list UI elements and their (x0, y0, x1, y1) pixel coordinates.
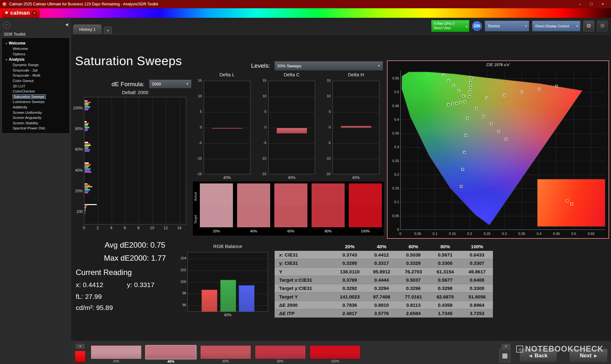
bar (85, 167, 88, 168)
table-cell: 61.3154 (429, 269, 461, 274)
sidebar-item-options[interactable]: Options (2, 52, 69, 57)
table-cell: 0.3300 (461, 285, 493, 291)
gridline (333, 97, 379, 97)
table-cell: 49.8617 (461, 269, 493, 274)
sidebar-item-saturation-sweeps[interactable]: Saturation Sweeps (2, 94, 69, 100)
pattern-swatch-40[interactable] (145, 345, 196, 359)
gridline (180, 97, 180, 224)
sidebar-item-spectral-power-dist[interactable]: Spectral Power Dist. (2, 126, 69, 131)
sidebar-item-screen-angularity[interactable]: Screen Angularity (2, 115, 69, 120)
display-control-dropdown[interactable]: Direct Display Control ▼ (532, 21, 580, 31)
bar (85, 128, 88, 130)
sidebar-item-3d-lut[interactable]: 3D LUT (2, 84, 69, 89)
bar (85, 106, 90, 107)
sidebar-item-screen-stability[interactable]: Screen Stability (2, 120, 69, 126)
expander-icon[interactable]: ▾ (6, 42, 7, 45)
sidebar-item-welcome[interactable]: Welcome (2, 46, 69, 52)
chevron-down-icon: ▼ (186, 82, 189, 86)
bar (212, 128, 242, 129)
pattern-swatch-20[interactable] (91, 345, 142, 359)
target-color (349, 205, 382, 227)
chevron-down-icon[interactable]: ▼ (32, 10, 37, 16)
saturation-swatch-80 (312, 183, 345, 227)
chart-title: Delta H (333, 72, 379, 77)
y-tick-label: 0.45 (389, 104, 399, 108)
reading-count-badge[interactable]: 235 (472, 21, 482, 31)
de-formula-dropdown[interactable]: 2000 ▼ (149, 79, 192, 88)
table-cell: 0.3769 (334, 277, 366, 283)
bottom-bar: ▲ 20%40%60%80%100% ▲ ▦ ◀ Back Next ▶ ✓ N… (71, 340, 611, 364)
column-header: 80% (429, 244, 461, 249)
sidebar-item-grayscale-2pt[interactable]: Grayscale - 2pt (2, 68, 69, 73)
table-cell: 0.7836 (334, 302, 366, 308)
sidebar-item-luminance-sweeps[interactable]: Luminance Sweeps (2, 99, 69, 105)
y-tick-label: -10 (257, 156, 266, 160)
max-de2000: Max dE2000: 1.77 (84, 251, 186, 264)
meter-dropdown[interactable]: X-Rite i1Pro 2 Direct View ▼ (431, 20, 469, 32)
x-axis-label: 40% (187, 313, 268, 317)
gridline (112, 97, 112, 224)
pattern-swatch-60[interactable] (200, 345, 251, 359)
pattern-swatch-80[interactable] (255, 345, 306, 359)
levels-dropdown[interactable]: 20% Sweeps ▼ (274, 61, 383, 71)
next-button[interactable]: Next ▶ (569, 348, 608, 363)
bar (85, 188, 88, 189)
sidebar-menu-button[interactable]: • (3, 22, 10, 29)
target-color (237, 205, 270, 227)
sidebar-item-dynamic-range[interactable]: Dynamic Range (2, 62, 69, 68)
sidebar-item-additivity[interactable]: Additivity (2, 105, 69, 110)
bar (85, 142, 88, 143)
secondary-gear-button[interactable]: ⚙ (597, 21, 608, 31)
tab-history-1[interactable]: History 1 (73, 24, 102, 34)
app-icon (3, 2, 7, 6)
y-tick-label: 0.15 (389, 186, 399, 190)
expand-patterns-tab-right[interactable]: ▲ (502, 344, 510, 349)
table-cell: 62.6870 (429, 294, 461, 299)
target-point-marker (570, 203, 573, 205)
layout-grid-button[interactable]: ▦ (499, 349, 510, 362)
add-tab-button[interactable]: + (104, 26, 112, 34)
sidebar-item-label: Dynamic Range (13, 63, 39, 67)
swatch-level-label: 60% (274, 228, 307, 234)
pattern-swatch-label: 80% (255, 360, 306, 363)
target-color (200, 205, 233, 227)
sidebar-item-color-gamut[interactable]: Color Gamut (2, 78, 69, 84)
expander-icon[interactable]: ▾ (6, 58, 7, 61)
gear-icon: ⚙ (600, 23, 605, 29)
close-button[interactable]: × (597, 0, 608, 8)
settings-gear-button[interactable]: ⚙ (583, 21, 594, 31)
pattern-swatch-100[interactable] (310, 345, 361, 359)
maximize-button[interactable]: □ (586, 0, 597, 8)
next-label: Next (580, 353, 592, 359)
sidebar-item-screen-uniformity[interactable]: Screen Uniformity (2, 110, 69, 115)
x-tick-label: 4 (108, 226, 115, 230)
y-tick-label: 0.4 (389, 118, 399, 121)
minimize-button[interactable]: – (574, 0, 586, 8)
saturation-swatch-strip: ActualTarget20%40%60%80%100% (193, 182, 384, 236)
y-tick-label: -5 (257, 141, 266, 145)
expand-patterns-tab-left[interactable]: ▲ (76, 344, 85, 349)
table-row-y-cie31: y: CIE310.32950.33170.33290.33000.3307 (275, 259, 493, 267)
table-cell: 0.8113 (397, 302, 429, 308)
y-tick-label: 100 (71, 209, 83, 214)
y-tick-label: 0.1 (389, 200, 399, 204)
page-title: Saturation Sweeps (75, 54, 182, 68)
custom-pattern-swatch[interactable] (75, 351, 86, 362)
bar (85, 211, 85, 213)
x-axis-label: 40% (204, 175, 250, 180)
sidebar-collapse-button[interactable]: ◀ (65, 22, 68, 27)
source-dropdown[interactable]: Source ▼ (485, 21, 529, 31)
table-row-x-cie31: x: CIE310.37430.44120.50380.56710.6433 (275, 251, 493, 259)
rgb-balance-title: RGB Balance (187, 244, 268, 249)
sidebar-item-colorchecker[interactable]: ColorChecker (2, 89, 69, 94)
calman-logo-menu[interactable]: * calman ▼ (2, 9, 40, 17)
x-tick-label: 0.5 (569, 232, 579, 236)
actual-color (349, 183, 382, 205)
bar (85, 143, 90, 145)
x-tick-label: 0.15 (447, 232, 457, 236)
tree-section-welcome[interactable]: ▾Welcome (2, 40, 69, 46)
sidebar-item-grayscale-multi[interactable]: Grayscale - Multi (2, 73, 69, 78)
tree-section-analysis[interactable]: ▾Analysis (2, 57, 69, 62)
back-button[interactable]: ◀ Back (519, 348, 557, 363)
table-cell: 3.5776 (366, 311, 397, 316)
